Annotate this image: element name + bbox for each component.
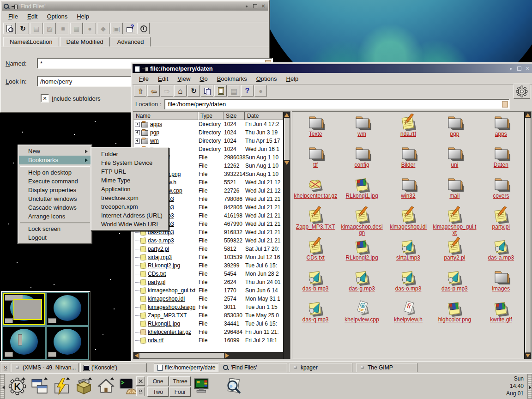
file-icon-item[interactable]: highcolor.png [431,299,478,330]
file-icon-item[interactable]: das-a.mp3 [478,237,524,268]
file-icon-item[interactable]: khelpview.h [385,299,431,330]
utilities-button[interactable] [73,375,95,397]
kde-gear-button[interactable] [514,84,530,99]
scroll-down-icon[interactable] [526,354,530,357]
help-button[interactable] [124,23,136,34]
Zapp_MP3.TXT[interactable]: Zapp_MP3.TXT File 853030 Tue May 25 0 [133,311,283,320]
menu-item-new[interactable]: New [19,147,91,156]
expander-icon[interactable] [135,290,139,291]
file-icon-item[interactable]: apps [478,114,524,145]
file-icon-label[interactable]: das-q.mp3 [293,317,338,323]
minimize-button[interactable] [508,66,514,72]
titlebar[interactable]: 'Find Files' ✕ [2,2,268,11]
das-a.mp3[interactable]: das-a.mp3 File 559822 Wed Jul 21 21 [133,236,283,245]
pin-icon[interactable] [142,66,148,72]
menu-item-arrange-icons[interactable]: Arrange icons [19,212,91,221]
close-icon[interactable]: ✕ [260,3,266,10]
expander-icon[interactable] [135,307,139,308]
file-icon-item[interactable]: config [339,145,385,175]
file-icon-label[interactable]: sirtaj.mp3 [386,255,430,261]
file-icon-label[interactable]: CDs.txt [293,255,338,261]
column-header[interactable]: Date [245,112,283,120]
file-name-link[interactable]: RLkonqi2.jpg [148,262,180,269]
menu-item[interactable]: File [134,74,153,84]
submenu-item-mime-type[interactable]: Mime Type [92,176,168,185]
file-name-link[interactable]: kimageshop.idl [148,296,185,302]
kimageshop.design[interactable]: kimageshop.design File 3011 Tue Jun 1 15 [133,303,283,311]
sirtaj.mp3[interactable]: sirtaj.mp3 File 103539 Mon Jul 12 16 [133,253,283,261]
file-name-link[interactable]: Zapp_MP3.TXT [148,312,187,319]
file-name-link[interactable]: khelpcenter.tar.gz [148,329,191,335]
file-icon-label[interactable]: config [340,162,384,168]
expander-icon[interactable] [135,241,139,241]
menu-item-execute-command[interactable]: Execute command [19,177,91,186]
logout-button[interactable] [136,376,145,386]
maximize-button[interactable] [516,66,522,72]
file-icon-item[interactable]: win32 [385,175,431,206]
file-icon-label[interactable]: pgp [432,131,477,137]
menu-item[interactable]: View [173,74,195,84]
file-name-link[interactable]: nda.rtf [148,337,163,344]
task-konsole[interactable]: ('Konsole') [80,363,147,372]
menu-item[interactable]: Options [42,12,72,21]
save-button[interactable] [110,23,123,34]
file-name-link[interactable]: wm [150,138,159,144]
expander-icon[interactable] [135,122,140,127]
menu-item[interactable]: Edit [153,74,173,84]
expander-icon[interactable] [135,249,139,249]
tree-horizontal-scrollbar[interactable] [133,352,283,359]
menu-item-cascade-windows[interactable]: Cascade windows [19,203,91,212]
file-name-link[interactable]: das-a.mp3 [148,237,174,244]
expander-icon[interactable] [135,282,139,283]
file-icon-item[interactable]: pgp [431,114,478,145]
task-gimp[interactable]: The GIMP [357,363,417,372]
task-find-files[interactable]: 'Find Files' [220,363,287,372]
file-icon-label[interactable]: RLkonqi1.jpg [340,193,384,199]
file-icon-item[interactable]: Daten [478,145,524,175]
up-button[interactable] [134,85,146,97]
file-icon-item[interactable]: das-g.mp3 [339,268,385,299]
kpager-window[interactable] [1,291,91,361]
archive-button[interactable] [43,23,56,34]
file-icon-item[interactable]: RLkonqi1.jpg [339,175,385,206]
file-icon-label[interactable]: win32 [386,193,430,199]
file-name-link[interactable]: kimageshop.design [148,304,195,310]
menu-item-logout[interactable]: Logout [19,233,91,242]
menu-item-lock-screen[interactable]: Lock screen [19,224,91,233]
submenu-item-application[interactable]: Application [92,185,168,193]
forward-button[interactable] [161,85,173,97]
column-header[interactable]: Name [133,112,198,120]
copy-button[interactable] [201,85,213,97]
column-header[interactable]: Type [198,112,224,120]
file-icon-label[interactable]: nda.rtf [386,131,430,137]
menu-item[interactable]: Edit [23,12,42,21]
file-icon-label[interactable]: party2.pl [432,255,477,261]
file-icon-label[interactable]: apps [479,131,523,137]
file-icon-item[interactable]: CDs.txt [292,237,339,268]
file-icon-label[interactable]: kimageshop_gui.txt [432,224,477,236]
file-icon-label[interactable]: Daten [479,162,523,168]
submenu-item-www-url[interactable]: World Wide Web URL [92,220,168,229]
file-icon-label[interactable]: khelpcenter.tar.gz [293,193,338,199]
paste-button[interactable] [214,85,227,97]
menu-item[interactable]: Help [282,74,303,84]
file-icon-label[interactable]: images [479,286,523,292]
file-icon-label[interactable]: khelpview.cpp [340,317,384,323]
column-header[interactable]: Size [224,112,245,120]
file-icon-item[interactable]: nda.rtf [385,114,431,145]
submenu-item-internet-address[interactable]: Internet Address (URL) [92,211,168,220]
file-icon-item[interactable]: wm [339,114,385,145]
menu-item-help-on-desktop[interactable]: Help on desktop [19,168,91,177]
kimageshop.idl[interactable]: kimageshop.idl File 2574 Mon May 31 1 [133,295,283,303]
menu-item-display-properties[interactable]: Display properties [19,186,91,194]
print-button[interactable] [228,85,240,97]
file-icon-item[interactable]: images [478,268,524,299]
menu-item[interactable] [20,166,90,167]
desktop-button[interactable]: Four [169,387,191,397]
file-icon-item[interactable]: Bilder [385,145,431,175]
menu-item[interactable] [20,222,90,223]
file-icon-label[interactable]: khelpview.h [386,317,430,323]
pager-desktop[interactable] [47,293,88,325]
file-icon-item[interactable]: uni [431,145,478,175]
file-icon-label[interactable]: das-o.mp3 [386,286,430,292]
